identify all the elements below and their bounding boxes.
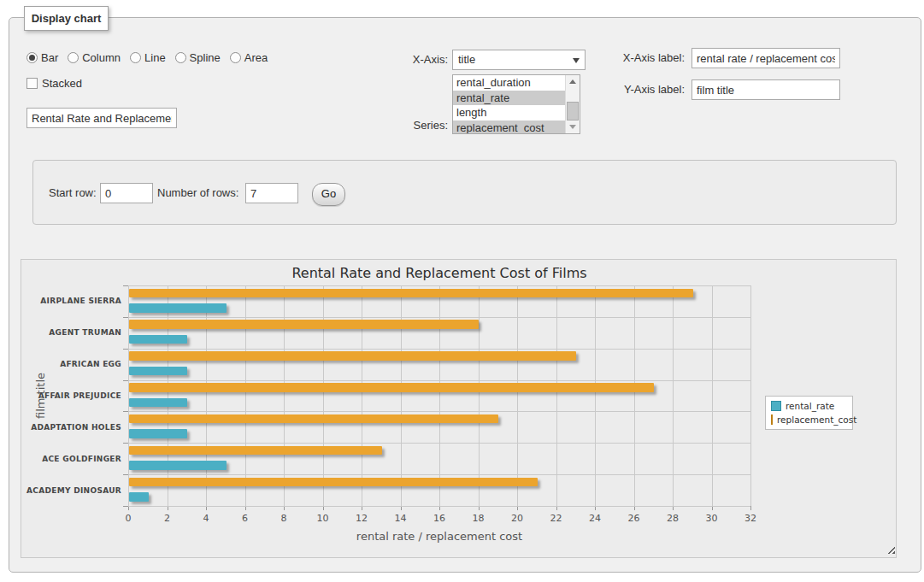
x-tick-label: 28 bbox=[656, 513, 690, 524]
x-tick-label: 16 bbox=[422, 513, 456, 524]
radio-option-bar[interactable]: Bar bbox=[26, 51, 58, 64]
radio-option-column[interactable]: Column bbox=[68, 51, 121, 64]
x-tick-label: 20 bbox=[500, 513, 534, 524]
x-gridline bbox=[401, 285, 402, 506]
legend-label: replacement_cost bbox=[777, 414, 856, 425]
y-tick bbox=[123, 349, 128, 350]
category-label: ACADEMY DINOSAUR bbox=[21, 485, 121, 496]
bar-rental-rate bbox=[129, 335, 187, 344]
series-option-rental_rate[interactable]: rental_rate bbox=[453, 91, 565, 106]
x-axis-label-label: X-Axis label: bbox=[608, 48, 685, 68]
x-tick-label: 10 bbox=[306, 513, 340, 524]
radio-option-label: Bar bbox=[41, 51, 58, 64]
chart-type-radios: BarColumnLineSplineArea bbox=[26, 50, 268, 64]
y-gridline bbox=[128, 285, 750, 286]
chart-title: Rental Rate and Replacement Cost of Film… bbox=[128, 265, 750, 281]
x-gridline bbox=[556, 285, 557, 506]
x-tick-label: 2 bbox=[150, 513, 185, 524]
x-axis-label-input[interactable] bbox=[692, 48, 840, 68]
row-controls-box: Start row: Number of rows: Go bbox=[32, 160, 897, 225]
series-option-length[interactable]: length bbox=[453, 105, 565, 121]
x-tick-label: 8 bbox=[267, 513, 301, 524]
y-gridline bbox=[128, 411, 750, 412]
radio-option-label: Area bbox=[244, 51, 268, 64]
scroll-up-icon[interactable] bbox=[566, 75, 580, 88]
radio-icon[interactable] bbox=[130, 52, 141, 63]
scroll-down-icon[interactable] bbox=[566, 121, 580, 133]
y-axis-label-input[interactable] bbox=[692, 79, 840, 100]
bar-replacement-cost bbox=[129, 351, 576, 361]
bar-rental-rate bbox=[129, 398, 187, 408]
series-list-label: Series: bbox=[380, 115, 448, 136]
x-axis-select-label: X-Axis: bbox=[380, 50, 448, 70]
bar-rental-rate bbox=[129, 303, 227, 313]
series-listbox[interactable]: rental_durationrental_ratelengthreplacem… bbox=[452, 74, 580, 134]
radio-icon[interactable] bbox=[230, 52, 241, 63]
y-tick bbox=[123, 380, 128, 381]
y-tick bbox=[123, 474, 128, 475]
radio-icon[interactable] bbox=[68, 52, 79, 63]
x-tick-label: 4 bbox=[189, 513, 223, 524]
stacked-label: Stacked bbox=[42, 77, 82, 90]
x-tick-label: 12 bbox=[344, 513, 379, 524]
x-tick-label: 14 bbox=[384, 513, 418, 524]
x-gridline bbox=[595, 285, 596, 506]
category-label: AIRPLANE SIERRA bbox=[21, 296, 121, 306]
x-tick-label: 18 bbox=[462, 513, 496, 524]
x-tick-label: 30 bbox=[695, 513, 729, 524]
legend-item-replacement-cost[interactable]: replacement_cost bbox=[771, 414, 847, 425]
radio-option-spline[interactable]: Spline bbox=[175, 51, 221, 64]
x-gridline bbox=[206, 285, 207, 506]
radio-option-line[interactable]: Line bbox=[130, 51, 166, 64]
scrollbar-thumb[interactable] bbox=[567, 102, 579, 121]
chart-title-input[interactable] bbox=[26, 108, 177, 128]
radio-option-label: Line bbox=[144, 51, 166, 64]
display-chart-panel: BarColumnLineSplineArea Stacked X-Axis: … bbox=[9, 17, 921, 573]
x-axis-select[interactable]: title bbox=[452, 50, 586, 70]
bar-rental-rate bbox=[129, 461, 227, 470]
x-tick-label: 6 bbox=[228, 513, 262, 524]
x-gridline bbox=[323, 285, 324, 506]
category-label: AGENT TRUMAN bbox=[21, 327, 121, 338]
x-tick-label: 32 bbox=[733, 513, 768, 524]
y-axis-label-label: Y-Axis label: bbox=[608, 79, 685, 100]
y-gridline bbox=[128, 506, 750, 507]
series-option-rental_duration[interactable]: rental_duration bbox=[453, 75, 565, 91]
series-option-replacement_cost[interactable]: replacement_cost bbox=[453, 121, 565, 135]
radio-option-label: Column bbox=[82, 51, 121, 64]
legend-swatch bbox=[771, 401, 781, 411]
chevron-down-icon bbox=[573, 58, 580, 63]
resize-grip[interactable] bbox=[886, 545, 895, 554]
stacked-option[interactable]: Stacked bbox=[26, 76, 82, 90]
radio-option-area[interactable]: Area bbox=[230, 51, 268, 64]
x-gridline bbox=[362, 285, 362, 506]
radio-icon[interactable] bbox=[26, 52, 38, 63]
category-label: AFFAIR PREJUDICE bbox=[21, 391, 121, 401]
y-tick bbox=[123, 317, 128, 318]
start-row-input[interactable] bbox=[100, 183, 153, 203]
stacked-checkbox[interactable] bbox=[26, 78, 38, 89]
x-gridline bbox=[517, 285, 518, 506]
x-tick-label: 0 bbox=[111, 513, 145, 524]
radio-icon[interactable] bbox=[175, 52, 186, 63]
legend-item-rental-rate[interactable]: rental_rate bbox=[771, 401, 847, 411]
number-of-rows-input[interactable] bbox=[245, 183, 298, 203]
x-gridline bbox=[245, 285, 246, 506]
x-gridline bbox=[168, 285, 168, 506]
x-gridline bbox=[439, 285, 440, 506]
legend-swatch bbox=[771, 414, 773, 425]
y-gridline bbox=[128, 474, 750, 475]
category-label: ADAPTATION HOLES bbox=[21, 422, 121, 432]
go-button[interactable]: Go bbox=[312, 183, 345, 206]
panel-title: Display chart bbox=[24, 6, 109, 31]
series-options: rental_durationrental_ratelengthreplacem… bbox=[453, 75, 565, 133]
y-tick bbox=[123, 506, 128, 507]
y-gridline bbox=[128, 349, 750, 350]
start-row-label: Start row: bbox=[49, 183, 97, 203]
x-gridline bbox=[712, 285, 713, 506]
y-tick bbox=[123, 411, 128, 412]
y-tick bbox=[123, 285, 128, 286]
number-of-rows-label: Number of rows: bbox=[157, 183, 238, 203]
x-tick-label: 26 bbox=[617, 513, 651, 524]
series-scrollbar[interactable] bbox=[565, 75, 580, 133]
